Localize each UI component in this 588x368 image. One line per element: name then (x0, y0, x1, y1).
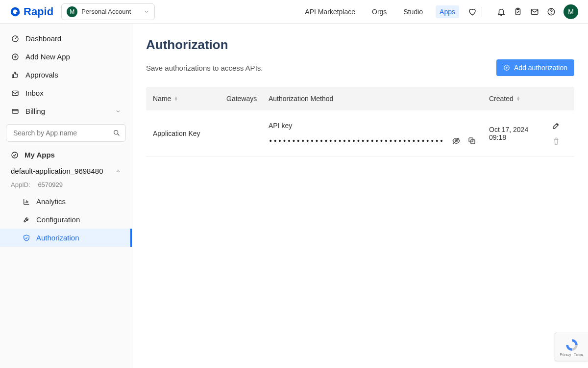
authorizations-table: Name ▲▼ Gateways Authorization Method Cr… (146, 87, 574, 157)
top-nav: API Marketplace Orgs Studio Apps (301, 5, 477, 18)
svg-point-7 (551, 13, 552, 14)
help-icon[interactable] (547, 7, 556, 16)
table-row: Application Key API key ••••••••••••••••… (146, 110, 574, 157)
col-method: Authorization Method (269, 95, 489, 103)
method-label: API key (269, 122, 489, 130)
recaptcha-icon (565, 338, 579, 352)
plus-circle-icon (11, 53, 20, 61)
trash-icon[interactable] (552, 137, 561, 146)
chart-icon (23, 198, 30, 206)
masked-key: ••••••••••••••••••••••••••••••••••••••••… (269, 137, 445, 145)
cell-created: Oct 17, 2024 09:18 (489, 126, 545, 141)
table-header: Name ▲▼ Gateways Authorization Method Cr… (146, 87, 574, 110)
subitem-label: Analytics (36, 197, 66, 206)
user-avatar[interactable]: M (564, 4, 578, 19)
search-input[interactable] (11, 125, 113, 141)
account-switcher[interactable]: M Personal Account (61, 3, 155, 20)
sidebar-label: Billing (25, 107, 45, 115)
search-icon (113, 129, 121, 137)
svg-rect-11 (12, 109, 18, 113)
brand-logo[interactable]: Rapid (10, 5, 53, 18)
clipboard-icon[interactable] (514, 7, 522, 16)
mail-icon[interactable] (530, 7, 539, 16)
col-created[interactable]: Created ▲▼ (489, 95, 545, 103)
cell-name: Application Key (153, 130, 226, 137)
sidebar-label: Approvals (25, 71, 58, 79)
eye-off-icon[interactable] (452, 136, 461, 145)
section-label: My Apps (24, 151, 55, 159)
chevron-down-icon (144, 9, 149, 15)
page-title: Authorization (146, 37, 574, 53)
sidebar-label: Add New App (25, 53, 70, 61)
gauge-icon (11, 35, 20, 43)
thumbs-up-icon (11, 71, 20, 79)
heart-icon[interactable] (468, 7, 477, 16)
main-content: Authorization Save authorizations to acc… (132, 24, 588, 368)
svg-rect-2 (16, 12, 20, 13)
sidebar-label: Inbox (25, 89, 44, 97)
add-authorization-button[interactable]: Add authorization (496, 59, 574, 76)
app-toggle[interactable]: default-application_9698480 (11, 167, 121, 175)
svg-point-12 (114, 131, 118, 134)
rapid-logo-icon (10, 6, 21, 17)
bell-icon[interactable] (497, 7, 506, 16)
sidebar: Dashboard Add New App Approvals Inbox Bi… (0, 24, 132, 368)
shield-icon (23, 234, 30, 242)
brand-text: Rapid (24, 5, 53, 18)
account-avatar: M (67, 6, 77, 17)
check-circle-icon (11, 151, 19, 159)
account-label: Personal Account (81, 8, 131, 15)
chevron-down-icon (115, 108, 121, 114)
subitem-configuration[interactable]: Configuration (0, 210, 132, 229)
sort-icon: ▲▼ (516, 96, 520, 101)
col-gateways: Gateways (226, 95, 269, 103)
add-button-label: Add authorization (514, 64, 567, 72)
col-name[interactable]: Name ▲▼ (153, 95, 226, 103)
subitem-label: Configuration (36, 215, 80, 224)
sidebar-billing[interactable]: Billing (0, 102, 132, 120)
nav-apps[interactable]: Apps (436, 5, 459, 18)
sort-icon: ▲▼ (174, 96, 178, 101)
nav-studio[interactable]: Studio (399, 5, 427, 18)
mail-icon (11, 89, 20, 97)
my-apps-header: My Apps (0, 146, 132, 164)
recaptcha-badge[interactable]: Privacy - Terms (555, 333, 588, 361)
copy-icon[interactable] (467, 136, 476, 145)
svg-point-13 (12, 152, 18, 158)
subitem-analytics[interactable]: Analytics (0, 192, 132, 210)
sidebar-label: Dashboard (25, 34, 61, 43)
wrench-icon (23, 216, 30, 224)
app-id-label: AppID: (11, 181, 30, 188)
chevron-up-icon (115, 168, 121, 174)
subitem-authorization[interactable]: Authorization (0, 229, 132, 247)
divider (482, 7, 482, 17)
app-search[interactable] (6, 124, 126, 142)
app-name: default-application_9698480 (11, 167, 103, 175)
sidebar-inbox[interactable]: Inbox (0, 84, 132, 102)
subitem-label: Authorization (36, 234, 79, 242)
nav-api-marketplace[interactable]: API Marketplace (301, 5, 359, 18)
cell-method: API key ••••••••••••••••••••••••••••••••… (269, 122, 489, 145)
sidebar-approvals[interactable]: Approvals (0, 66, 132, 84)
sidebar-add-app[interactable]: Add New App (0, 48, 132, 66)
plus-circle-icon (503, 64, 510, 71)
edit-icon[interactable] (552, 121, 561, 130)
app-id-row: AppID: 6570929 (0, 177, 132, 192)
sidebar-dashboard[interactable]: Dashboard (0, 29, 132, 48)
nav-orgs[interactable]: Orgs (368, 5, 391, 18)
app-id-value: 6570929 (38, 181, 63, 188)
page-subtitle: Save authorizations to access APIs. (146, 64, 263, 72)
card-icon (11, 107, 20, 115)
